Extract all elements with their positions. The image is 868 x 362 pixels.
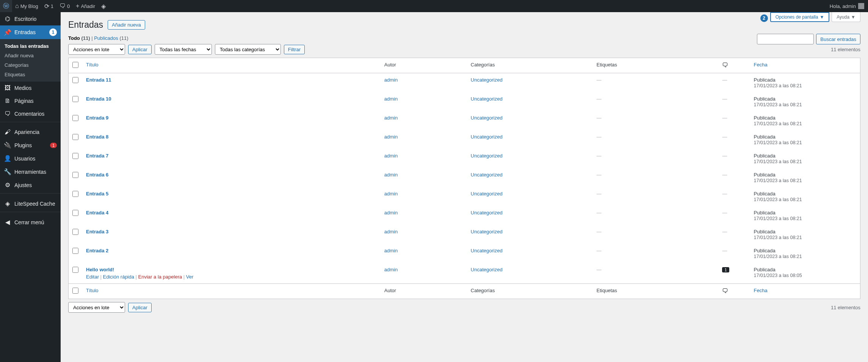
bulk-action-select-bottom[interactable]: Acciones en lote — [68, 302, 125, 313]
post-title-link[interactable]: Entrada 3 — [86, 229, 108, 235]
author-link[interactable]: admin — [384, 134, 398, 140]
category-link[interactable]: Uncategorized — [471, 248, 503, 253]
col-title-foot[interactable]: Título — [86, 288, 99, 293]
filter-button[interactable]: Filtrar — [284, 45, 305, 54]
row-quick-edit[interactable]: Edición rápida — [103, 274, 134, 280]
post-title-link[interactable]: Entrada 10 — [86, 96, 111, 102]
menu-litespeed[interactable]: ◈LiteSpeed Cache — [0, 197, 61, 210]
menu-plugins[interactable]: 🔌Plugins1 — [0, 139, 61, 152]
menu-comments[interactable]: 🗨Comentarios — [0, 107, 61, 120]
author-link[interactable]: admin — [384, 96, 398, 102]
post-title-link[interactable]: Entrada 2 — [86, 248, 108, 253]
no-comments: — — [722, 210, 727, 216]
comments-col-icon-foot[interactable]: 🗨 — [722, 288, 728, 294]
wp-logo[interactable]: ⓦ — [0, 0, 12, 12]
screen-options-button[interactable]: Opciones de pantalla ▼ — [770, 12, 830, 22]
search-input[interactable] — [757, 34, 814, 44]
table-row: Hello world! Editar | Edición rápida | E… — [69, 263, 860, 283]
author-link[interactable]: admin — [384, 172, 398, 178]
new-content[interactable]: +Añadir — [73, 0, 98, 12]
menu-dashboard[interactable]: ⌬Escritorio — [0, 12, 61, 25]
apply-button[interactable]: Aplicar — [128, 45, 152, 54]
category-link[interactable]: Uncategorized — [471, 96, 503, 102]
updates[interactable]: ⟳1 — [41, 0, 56, 12]
post-title-link[interactable]: Entrada 11 — [86, 77, 111, 83]
post-title-link[interactable]: Entrada 7 — [86, 153, 108, 159]
menu-appearance[interactable]: 🖌Apariencia — [0, 126, 61, 139]
row-checkbox[interactable] — [72, 229, 78, 235]
post-date: 17/01/2023 a las 08:21 — [754, 235, 802, 240]
author-link[interactable]: admin — [384, 77, 398, 83]
row-checkbox[interactable] — [72, 172, 78, 178]
category-link[interactable]: Uncategorized — [471, 229, 503, 235]
row-checkbox[interactable] — [72, 96, 78, 102]
menu-tools[interactable]: 🔧Herramientas — [0, 165, 61, 178]
author-link[interactable]: admin — [384, 210, 398, 216]
author-link[interactable]: admin — [384, 191, 398, 197]
search-button[interactable]: Buscar entradas — [816, 34, 860, 44]
row-checkbox[interactable] — [72, 248, 78, 254]
category-link[interactable]: Uncategorized — [471, 115, 503, 121]
add-new-button[interactable]: Añadir nueva — [108, 20, 145, 30]
submenu-add-new[interactable]: Añadir nueva — [0, 51, 61, 60]
post-title-link[interactable]: Entrada 9 — [86, 115, 108, 121]
post-date: 17/01/2023 a las 08:21 — [754, 159, 802, 164]
menu-settings[interactable]: ⚙Ajustes — [0, 178, 61, 192]
select-all-bottom[interactable] — [72, 288, 78, 294]
row-checkbox[interactable] — [72, 210, 78, 216]
row-checkbox[interactable] — [72, 134, 78, 140]
menu-pages[interactable]: 🗎Páginas — [0, 94, 61, 107]
greeting[interactable]: Hola, admin — [830, 3, 856, 9]
row-edit[interactable]: Editar — [86, 274, 99, 280]
author-link[interactable]: admin — [384, 153, 398, 159]
col-date-foot[interactable]: Fecha — [754, 288, 768, 293]
row-view[interactable]: Ver — [186, 274, 194, 280]
menu-collapse[interactable]: ◀Cerrar menú — [0, 216, 61, 229]
row-trash[interactable]: Enviar a la papelera — [138, 274, 182, 280]
comment-count[interactable]: 1 — [722, 267, 729, 272]
category-link[interactable]: Uncategorized — [471, 210, 503, 216]
select-all-top[interactable] — [72, 62, 78, 68]
help-button[interactable]: Ayuda ▼ — [832, 12, 860, 22]
author-link[interactable]: admin — [384, 267, 398, 272]
category-link[interactable]: Uncategorized — [471, 267, 503, 272]
comments-col-icon[interactable]: 🗨 — [722, 62, 728, 68]
post-title-link[interactable]: Hello world! — [86, 267, 114, 272]
apply-button-bottom[interactable]: Aplicar — [128, 303, 152, 312]
category-link[interactable]: Uncategorized — [471, 191, 503, 197]
author-link[interactable]: admin — [384, 248, 398, 253]
comments[interactable]: 🗨0 — [56, 0, 73, 12]
row-checkbox[interactable] — [72, 77, 78, 83]
col-title[interactable]: Título — [86, 62, 99, 68]
row-checkbox[interactable] — [72, 191, 78, 197]
row-checkbox[interactable] — [72, 153, 78, 159]
litespeed-menu[interactable]: ◈ — [98, 0, 109, 12]
category-link[interactable]: Uncategorized — [471, 172, 503, 178]
bulk-action-select[interactable]: Acciones en lote — [68, 44, 125, 55]
menu-media[interactable]: 🖾Medios — [0, 82, 61, 94]
category-link[interactable]: Uncategorized — [471, 77, 503, 83]
filter-published[interactable]: Publicados (11) — [94, 35, 128, 41]
date-filter-select[interactable]: Todas las fechas — [155, 44, 212, 55]
submenu-tags[interactable]: Etiquetas — [0, 70, 61, 79]
site-name[interactable]: ⌂My Blog — [12, 0, 41, 12]
submenu-categories[interactable]: Categorías — [0, 60, 61, 70]
filter-all[interactable]: Todo (11) — [68, 35, 90, 41]
category-filter-select[interactable]: Todas las categorías — [215, 44, 281, 55]
post-title-link[interactable]: Entrada 6 — [86, 172, 108, 178]
category-link[interactable]: Uncategorized — [471, 134, 503, 140]
row-checkbox[interactable] — [72, 115, 78, 121]
post-title-link[interactable]: Entrada 5 — [86, 191, 108, 197]
row-checkbox[interactable] — [72, 267, 78, 273]
submenu-all-posts[interactable]: Todas las entradas — [0, 41, 61, 51]
post-date: 17/01/2023 a las 08:21 — [754, 197, 802, 202]
menu-users[interactable]: 👤Usuarios — [0, 152, 61, 165]
category-link[interactable]: Uncategorized — [471, 153, 503, 159]
col-date[interactable]: Fecha — [754, 62, 768, 68]
author-link[interactable]: admin — [384, 115, 398, 121]
menu-posts[interactable]: 📌Entradas1 — [0, 25, 61, 39]
post-title-link[interactable]: Entrada 8 — [86, 134, 108, 140]
post-title-link[interactable]: Entrada 4 — [86, 210, 108, 216]
author-link[interactable]: admin — [384, 229, 398, 235]
avatar[interactable] — [858, 3, 864, 9]
